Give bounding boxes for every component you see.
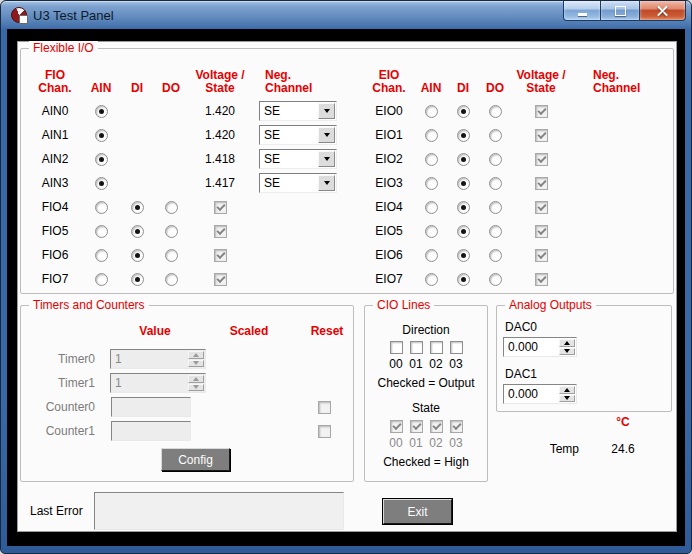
fio6-do-radio[interactable]	[165, 249, 178, 262]
cio-state-channel-labels: 00010203	[365, 436, 487, 450]
state-label: State	[365, 401, 487, 415]
eio2-di-radio[interactable]	[457, 153, 470, 166]
eio0-label: EIO0	[363, 99, 415, 123]
fio4-ain-radio[interactable]	[95, 201, 108, 214]
timer0-value-spinner: 1	[110, 349, 206, 369]
ain0-ain-radio[interactable]	[95, 105, 108, 118]
fio7-di-radio[interactable]	[131, 273, 144, 286]
cio-direction-01-checkbox[interactable]	[410, 341, 423, 354]
chevron-down-icon[interactable]	[318, 175, 335, 191]
chevron-down-icon[interactable]	[318, 103, 335, 119]
maximize-button[interactable]	[601, 1, 639, 21]
eio1-di-radio[interactable]	[457, 129, 470, 142]
maximize-icon	[615, 6, 626, 16]
dac1-spinner[interactable]: 0.000	[503, 384, 577, 404]
flexible-io-title: Flexible I/O	[29, 41, 98, 55]
ain0-neg-channel-value: SE	[260, 104, 318, 118]
eio6-ain-radio[interactable]	[425, 249, 438, 262]
eio1-ain-radio[interactable]	[425, 129, 438, 142]
temperature-label: Temp	[523, 442, 579, 456]
fio5-di-radio[interactable]	[131, 225, 144, 238]
dac0-down-button[interactable]	[559, 348, 575, 356]
direction-note: Checked = Output	[365, 376, 487, 390]
ain3-neg-channel-select[interactable]: SE	[259, 173, 337, 193]
window-title: U3 Test Panel	[33, 8, 114, 23]
fio7-ain-radio[interactable]	[95, 273, 108, 286]
timer1-label: Timer1	[21, 376, 95, 390]
ain1-ain-radio[interactable]	[95, 129, 108, 142]
main-panel: Flexible I/O FIO Chan.AINDIDOVoltage / S…	[17, 41, 677, 532]
close-button[interactable]	[639, 1, 686, 21]
fio5-ain-radio[interactable]	[95, 225, 108, 238]
eio4-do-radio[interactable]	[489, 201, 502, 214]
minimize-icon	[578, 13, 587, 16]
ain2-ain-radio[interactable]	[95, 153, 108, 166]
dac0-spinner[interactable]: 0.000	[503, 337, 577, 357]
eio3-ain-radio[interactable]	[425, 177, 438, 190]
counter1-label: Counter1	[21, 424, 95, 438]
cio-state-checkboxes	[365, 420, 487, 433]
fio4-do-radio[interactable]	[165, 201, 178, 214]
eio7-di-radio[interactable]	[457, 273, 470, 286]
ain3-ain-radio[interactable]	[95, 177, 108, 190]
fio7-do-radio[interactable]	[165, 273, 178, 286]
dac0-up-button[interactable]	[559, 339, 575, 347]
cio-direction-02-checkbox[interactable]	[430, 341, 443, 354]
cio-direction-01-label: 01	[409, 357, 423, 371]
counter1-value-box	[111, 421, 191, 441]
eio5-state-checkbox	[535, 225, 548, 238]
timer0-up-button	[188, 351, 204, 359]
eio2-do-radio[interactable]	[489, 153, 502, 166]
chevron-down-icon[interactable]	[318, 151, 335, 167]
eio4-ain-radio[interactable]	[425, 201, 438, 214]
reset-header: Reset	[287, 324, 367, 338]
ain0-voltage: 1.420	[187, 99, 253, 123]
eio0-do-radio[interactable]	[489, 105, 502, 118]
cio-state-02-label: 02	[429, 436, 443, 450]
eio6-di-radio[interactable]	[457, 249, 470, 262]
cio-direction-checkboxes	[365, 341, 487, 354]
eio3-do-radio[interactable]	[489, 177, 502, 190]
cio-direction-00-checkbox[interactable]	[390, 341, 403, 354]
fio6-di-radio[interactable]	[131, 249, 144, 262]
dac0-value[interactable]: 0.000	[504, 338, 558, 356]
timer1-value: 1	[111, 374, 187, 392]
fio5-do-radio[interactable]	[165, 225, 178, 238]
eio7-ain-radio[interactable]	[425, 273, 438, 286]
eio1-do-radio[interactable]	[489, 129, 502, 142]
title-bar[interactable]: U3 Test Panel	[1, 1, 691, 29]
eio3-di-radio[interactable]	[457, 177, 470, 190]
timer0-down-button	[188, 360, 204, 368]
config-button[interactable]: Config	[161, 448, 230, 471]
fio4-di-radio[interactable]	[131, 201, 144, 214]
ain2-neg-channel-value: SE	[260, 152, 318, 166]
eio5-ain-radio[interactable]	[425, 225, 438, 238]
cio-direction-02-label: 02	[429, 357, 443, 371]
eio6-do-radio[interactable]	[489, 249, 502, 262]
eio3-state-checkbox	[535, 177, 548, 190]
cio-lines-group: CIO Lines Direction 00010203 Checked = O…	[364, 305, 488, 482]
scaled-header: Scaled	[209, 324, 289, 338]
ain0-neg-channel-select[interactable]: SE	[259, 101, 337, 121]
eio5-di-radio[interactable]	[457, 225, 470, 238]
cio-direction-03-checkbox[interactable]	[450, 341, 463, 354]
eio4-di-radio[interactable]	[457, 201, 470, 214]
dac1-up-button[interactable]	[559, 386, 575, 394]
ain2-neg-channel-select[interactable]: SE	[259, 149, 337, 169]
eio5-do-radio[interactable]	[489, 225, 502, 238]
eio0-ain-radio[interactable]	[425, 105, 438, 118]
flexible-io-group: Flexible I/O FIO Chan.AINDIDOVoltage / S…	[20, 48, 674, 294]
eio0-di-radio[interactable]	[457, 105, 470, 118]
dac1-down-button[interactable]	[559, 395, 575, 403]
eio2-ain-radio[interactable]	[425, 153, 438, 166]
dac1-value[interactable]: 0.000	[504, 385, 558, 403]
fio6-ain-radio[interactable]	[95, 249, 108, 262]
chevron-down-icon[interactable]	[318, 127, 335, 143]
ain1-neg-channel-select[interactable]: SE	[259, 125, 337, 145]
timer1-value-spinner: 1	[110, 373, 206, 393]
exit-button[interactable]: Exit	[383, 499, 452, 524]
close-icon	[656, 5, 669, 17]
eio7-do-radio[interactable]	[489, 273, 502, 286]
eio3-label: EIO3	[363, 171, 415, 195]
minimize-button[interactable]	[563, 1, 601, 21]
